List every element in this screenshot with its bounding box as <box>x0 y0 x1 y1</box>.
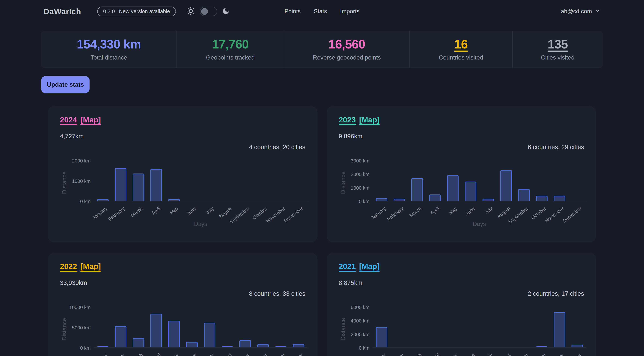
month-label-text: July <box>205 352 215 356</box>
bar-october <box>536 196 548 201</box>
version-badge[interactable]: 0.2.0 New version available <box>97 6 176 16</box>
stats-summary-row: 154,330 km Total distance 17,760 Geopoin… <box>41 31 603 68</box>
bar-september <box>240 340 251 348</box>
bar-january <box>97 346 109 348</box>
year-card-header: 2021 [Map] <box>339 262 380 271</box>
month-label-text: April <box>429 352 440 356</box>
month-label-text: July <box>484 352 494 356</box>
y-tick-2000: 2000 km <box>327 332 370 338</box>
month-label-text: November <box>265 352 286 356</box>
user-menu[interactable]: ab@cd.com <box>561 8 600 15</box>
bar-july <box>204 323 216 348</box>
user-email: ab@cd.com <box>561 8 592 15</box>
year-link[interactable]: 2023 <box>339 115 356 124</box>
y-tick-0: 0 km <box>48 198 91 204</box>
stat-label: Total distance <box>90 54 127 61</box>
bar-january <box>376 327 387 348</box>
y-axis-title: Distance <box>339 309 347 350</box>
month-label-text: May <box>168 206 180 216</box>
x-axis-labels: JanuaryFebruaryMarchAprilMayJuneJulyAugu… <box>94 351 308 356</box>
month-label-text: October <box>251 352 268 356</box>
y-tick-6000: 6000 km <box>327 304 370 310</box>
month-label-text: April <box>150 352 162 356</box>
nav-item-points[interactable]: Points <box>284 8 301 15</box>
month-label-text: June <box>186 206 198 217</box>
month-label-text: March <box>408 206 422 218</box>
month-label-text: June <box>186 352 198 356</box>
main-nav: Points Stats Imports <box>284 8 360 15</box>
bar-april <box>150 169 162 201</box>
stat-label: Reverse geocoded points <box>313 54 381 61</box>
month-label-text: February <box>386 352 405 356</box>
year-distance: 9,896km <box>339 133 362 140</box>
map-link[interactable]: [Map] <box>80 115 101 124</box>
month-label-text: June <box>464 206 476 217</box>
bar-november <box>554 312 565 348</box>
year-summary: 2 countries, 17 cities <box>528 290 584 297</box>
month-label-text: August <box>217 352 233 356</box>
year-summary: 6 countries, 29 cities <box>528 144 584 151</box>
bar-june <box>186 342 198 348</box>
theme-toggle-knob <box>201 8 208 15</box>
year-card-2022: 2022 [Map] 33,930km 8 countries, 33 citi… <box>48 253 317 356</box>
year-card-header: 2022 [Map] <box>60 262 101 271</box>
countries-visited-link[interactable]: 16 <box>454 38 468 50</box>
month-label-text: February <box>386 206 405 222</box>
cards-grid: 2024 [Map] 4,727km 4 countries, 20 citie… <box>48 106 596 356</box>
year-link[interactable]: 2021 <box>339 262 356 271</box>
bar-october <box>257 344 269 348</box>
month-label-text: March <box>130 352 144 356</box>
bar-may <box>447 175 458 201</box>
bar-november <box>275 346 286 348</box>
bar-april <box>150 314 162 348</box>
y-tick-2000: 2000 km <box>327 171 370 177</box>
stat-value: 17,760 <box>212 38 249 50</box>
bar-december <box>293 344 304 348</box>
month-label-text: July <box>205 206 215 215</box>
month-label-text: October <box>530 352 547 356</box>
bar-may <box>168 321 180 348</box>
year-distance: 33,930km <box>60 279 87 286</box>
month-label-text: August <box>217 206 233 219</box>
cities-visited-link[interactable]: 135 <box>548 38 568 50</box>
bar-february <box>115 326 126 348</box>
nav-item-imports[interactable]: Imports <box>340 8 360 15</box>
y-tick-4000: 4000 km <box>327 318 370 324</box>
y-tick-0: 0 km <box>327 198 370 204</box>
stat-reverse-geocoded: 16,560 Reverse geocoded points <box>284 31 410 68</box>
stat-cities-visited: 135 Cities visited <box>513 31 603 68</box>
map-link[interactable]: [Map] <box>359 115 380 124</box>
month-label-text: August <box>496 206 512 219</box>
bar-february <box>394 199 405 201</box>
month-label-text: February <box>107 352 126 356</box>
y-tick-10000: 10000 km <box>48 304 91 310</box>
theme-toggle[interactable] <box>200 7 217 16</box>
month-label-text: July <box>484 206 494 215</box>
chart-plot-area <box>372 307 586 348</box>
x-axis-title: Days <box>94 221 308 227</box>
year-link[interactable]: 2022 <box>60 262 77 271</box>
stat-countries-visited: 16 Countries visited <box>410 31 512 68</box>
sun-icon <box>186 7 195 16</box>
bar-december <box>572 345 583 348</box>
bar-may <box>168 199 180 201</box>
month-label-text: December <box>562 352 583 356</box>
year-link[interactable]: 2024 <box>60 115 77 124</box>
app-logo: DaWarIch <box>44 7 81 16</box>
update-stats-button[interactable]: Update stats <box>41 76 90 93</box>
map-link[interactable]: [Map] <box>80 262 101 271</box>
year-card-header: 2023 [Map] <box>339 115 380 124</box>
stat-geopoints-tracked: 17,760 Geopoints tracked <box>177 31 284 68</box>
map-link[interactable]: [Map] <box>359 262 380 271</box>
y-tick-2000: 2000 km <box>48 158 91 164</box>
bar-july <box>482 199 494 201</box>
bar-june <box>465 182 476 201</box>
y-tick-1000: 1000 km <box>48 178 91 184</box>
nav-item-stats[interactable]: Stats <box>314 8 327 15</box>
y-tick-5000: 5000 km <box>48 325 91 331</box>
bar-august <box>222 346 233 348</box>
stat-label: Countries visited <box>439 54 483 61</box>
bar-april <box>429 194 441 201</box>
y-tick-0: 0 km <box>327 345 370 351</box>
moon-icon <box>222 7 230 16</box>
